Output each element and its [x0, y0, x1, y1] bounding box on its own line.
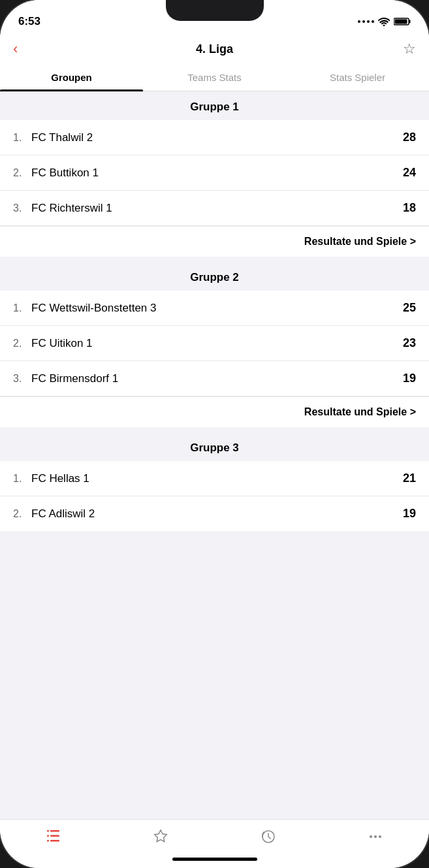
team-name: FC Uitikon 1: [31, 337, 403, 350]
svg-point-11: [374, 835, 377, 838]
gruppe-3-teams: 1. FC Hellas 1 21 2. FC Adliswil 2 19: [0, 461, 429, 531]
resultate-link-2[interactable]: Resultate und Spiele >: [0, 396, 429, 427]
table-row: 1. FC Hellas 1 21: [0, 461, 429, 496]
team-name: FC Wettswil-Bonstetten 3: [31, 302, 403, 315]
team-rank: 1.: [13, 473, 31, 485]
gruppe-3-header: Gruppe 3: [0, 432, 429, 461]
gruppe-1-teams: 1. FC Thalwil 2 28 2. FC Buttikon 1 24 3…: [0, 120, 429, 257]
svg-rect-1: [409, 20, 411, 24]
resultate-link-1[interactable]: Resultate und Spiele >: [0, 226, 429, 257]
bottom-item-list[interactable]: [0, 826, 107, 847]
svg-rect-2: [395, 20, 407, 24]
status-time: 6:53: [18, 15, 40, 28]
svg-rect-4: [50, 835, 59, 837]
bottom-item-more[interactable]: [322, 826, 429, 847]
table-row: 1. FC Wettswil-Bonstetten 3 25: [0, 291, 429, 326]
team-name: FC Thalwil 2: [31, 131, 403, 144]
bottom-item-history[interactable]: [215, 826, 322, 847]
gruppe-1-header: Gruppe 1: [0, 91, 429, 120]
team-score: 18: [403, 201, 416, 215]
svg-rect-7: [47, 835, 49, 837]
notch: [166, 0, 264, 21]
svg-point-10: [370, 835, 372, 838]
table-row: 3. FC Richterswil 1 18: [0, 191, 429, 226]
gruppe-2-section: Gruppe 2 1. FC Wettswil-Bonstetten 3 25 …: [0, 262, 429, 427]
table-row: 2. FC Uitikon 1 23: [0, 326, 429, 361]
more-dots-icon: [368, 829, 383, 844]
bottom-tab-bar: [0, 819, 429, 850]
team-score: 19: [403, 372, 416, 385]
home-bar: [172, 858, 257, 861]
team-rank: 2.: [13, 338, 31, 349]
group-divider: [0, 257, 429, 262]
table-row: 2. FC Adliswil 2 19: [0, 496, 429, 531]
svg-rect-8: [47, 840, 49, 842]
tab-teams-stats[interactable]: Teams Stats: [143, 64, 286, 91]
svg-rect-5: [50, 840, 59, 842]
list-icon: [45, 829, 62, 843]
svg-point-12: [379, 835, 381, 838]
team-score: 21: [403, 472, 416, 485]
team-name: FC Hellas 1: [31, 472, 403, 485]
team-name: FC Richterswil 1: [31, 202, 403, 215]
group-divider: [0, 427, 429, 432]
tab-stats-spieler[interactable]: Stats Spieler: [286, 64, 429, 91]
screen: 6:53 ‹ 4. Liga ☆: [0, 0, 429, 868]
team-rank: 1.: [13, 132, 31, 144]
bottom-item-favorites[interactable]: [107, 826, 214, 847]
star-icon: [153, 829, 168, 844]
svg-rect-6: [47, 830, 49, 832]
team-name: FC Buttikon 1: [31, 167, 403, 180]
team-name: FC Birmensdorf 1: [31, 372, 403, 385]
favorite-button[interactable]: ☆: [392, 40, 416, 57]
team-score: 24: [403, 166, 416, 180]
page-title: 4. Liga: [196, 42, 233, 56]
status-icons: [358, 17, 411, 26]
team-rank: 1.: [13, 302, 31, 314]
tab-groupen[interactable]: Groupen: [0, 64, 143, 91]
svg-rect-3: [50, 830, 59, 832]
gruppe-2-header: Gruppe 2: [0, 262, 429, 291]
table-row: 3. FC Birmensdorf 1 19: [0, 361, 429, 396]
gruppe-3-section: Gruppe 3 1. FC Hellas 1 21 2. FC Adliswi…: [0, 432, 429, 531]
team-rank: 2.: [13, 508, 31, 520]
team-name: FC Adliswil 2: [31, 507, 403, 521]
battery-icon: [394, 17, 411, 26]
gruppe-2-teams: 1. FC Wettswil-Bonstetten 3 25 2. FC Uit…: [0, 291, 429, 427]
signal-icon: [358, 20, 374, 23]
team-score: 28: [403, 131, 416, 144]
team-score: 25: [403, 301, 416, 315]
nav-header: ‹ 4. Liga ☆: [0, 34, 429, 64]
team-rank: 3.: [13, 202, 31, 214]
team-rank: 3.: [13, 373, 31, 385]
table-row: 1. FC Thalwil 2 28: [0, 120, 429, 155]
home-indicator: [0, 850, 429, 868]
team-score: 23: [403, 336, 416, 350]
tab-bar: Groupen Teams Stats Stats Spieler: [0, 64, 429, 91]
phone-frame: 6:53 ‹ 4. Liga ☆: [0, 0, 429, 868]
table-row: 2. FC Buttikon 1 24: [0, 155, 429, 191]
team-score: 19: [403, 507, 416, 521]
team-rank: 2.: [13, 167, 31, 179]
clock-icon: [261, 829, 276, 844]
wifi-icon: [378, 17, 390, 26]
main-content: Gruppe 1 1. FC Thalwil 2 28 2. FC Buttik…: [0, 91, 429, 819]
back-button[interactable]: ‹: [13, 40, 37, 57]
gruppe-1-section: Gruppe 1 1. FC Thalwil 2 28 2. FC Buttik…: [0, 91, 429, 257]
